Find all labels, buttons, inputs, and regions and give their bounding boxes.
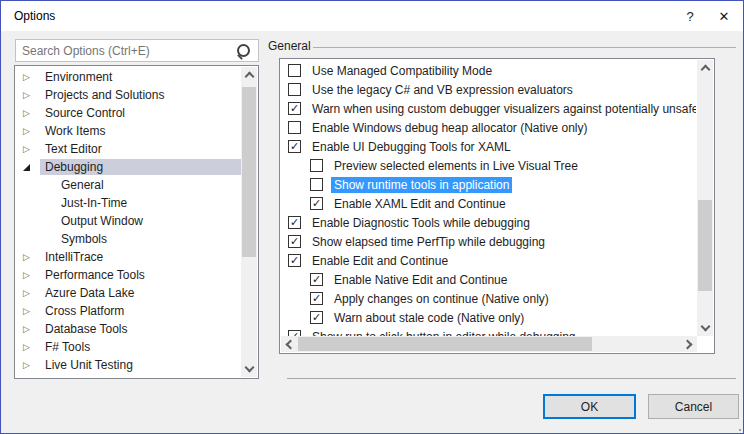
tree-item-performance-tools[interactable]: ▷Performance Tools: [15, 266, 241, 284]
setting-label[interactable]: Enable Edit and Continue: [309, 253, 451, 269]
tree-item-projects-and-solutions[interactable]: ▷Projects and Solutions: [15, 86, 241, 104]
tree-item-database-tools[interactable]: ▷Database Tools: [15, 320, 241, 338]
setting-label[interactable]: Warn about stale code (Native only): [331, 310, 527, 326]
close-button[interactable]: ✕: [707, 1, 741, 31]
options-dialog: Options ? ✕ ▷Environment▷Projects and So…: [0, 0, 744, 434]
setting-row-enable-edit-and-continue[interactable]: ✓Enable Edit and Continue: [281, 251, 696, 270]
expand-arrow-icon[interactable]: ▷: [23, 91, 40, 100]
setting-row-warn-about-stale-code-native-only[interactable]: ✓Warn about stale code (Native only): [281, 308, 696, 327]
tree-item-source-control[interactable]: ▷Source Control: [15, 104, 241, 122]
checkbox-unchecked-icon[interactable]: [288, 83, 301, 96]
expand-arrow-icon[interactable]: ▷: [23, 109, 40, 118]
setting-label[interactable]: Show run to click button in editor while…: [309, 329, 579, 337]
checkbox-unchecked-icon[interactable]: [310, 178, 323, 191]
setting-row-show-runtime-tools-in-application[interactable]: Show runtime tools in application: [281, 175, 696, 194]
checkbox-checked-icon[interactable]: ✓: [310, 292, 323, 305]
tree-vertical-scrollbar[interactable]: [241, 67, 257, 377]
setting-row-show-run-to-click-button-in-editor-while[interactable]: ✓Show run to click button in editor whil…: [281, 327, 696, 336]
search-icon[interactable]: [236, 43, 252, 59]
expand-arrow-icon[interactable]: ▷: [23, 127, 40, 136]
setting-label[interactable]: Show runtime tools in application: [331, 177, 512, 193]
tree-item-environment[interactable]: ▷Environment: [15, 68, 241, 86]
settings-horizontal-scrollbar[interactable]: [281, 336, 697, 352]
expand-arrow-icon[interactable]: ▷: [23, 325, 40, 334]
tree-item-f-tools[interactable]: ▷F# Tools: [15, 338, 241, 356]
setting-label[interactable]: Enable Windows debug heap allocator (Nat…: [309, 120, 591, 136]
tree-item-intellitrace[interactable]: ▷IntelliTrace: [15, 248, 241, 266]
expand-arrow-icon[interactable]: ▷: [23, 271, 40, 280]
ok-button[interactable]: OK: [543, 394, 636, 419]
expand-arrow-icon[interactable]: ▷: [23, 307, 40, 316]
expand-arrow-icon[interactable]: ▷: [23, 253, 40, 262]
tree-item-output-window[interactable]: Output Window: [15, 212, 241, 230]
checkbox-unchecked-icon[interactable]: [288, 64, 301, 77]
expand-arrow-icon[interactable]: ▷: [23, 289, 40, 298]
search-input[interactable]: [16, 41, 236, 60]
help-button[interactable]: ?: [673, 1, 707, 31]
expand-arrow-icon[interactable]: ▷: [23, 145, 40, 154]
checkbox-checked-icon[interactable]: ✓: [288, 254, 301, 267]
scroll-right-button[interactable]: [681, 336, 697, 352]
checkbox-unchecked-icon[interactable]: [310, 159, 323, 172]
setting-row-enable-xaml-edit-and-continue[interactable]: ✓Enable XAML Edit and Continue: [281, 194, 696, 213]
tree-item-work-items[interactable]: ▷Work Items: [15, 122, 241, 140]
setting-label[interactable]: Enable Diagnostic Tools while debugging: [309, 215, 533, 231]
setting-label[interactable]: Enable UI Debugging Tools for XAML: [309, 139, 514, 155]
tree-item-just-in-time[interactable]: Just-In-Time: [15, 194, 241, 212]
tree-item-symbols[interactable]: Symbols: [15, 230, 241, 248]
settings-vertical-scrollbar[interactable]: [697, 60, 713, 336]
setting-row-enable-diagnostic-tools-while-debugging[interactable]: ✓Enable Diagnostic Tools while debugging: [281, 213, 696, 232]
setting-row-apply-changes-on-continue-native-only[interactable]: ✓Apply changes on continue (Native only): [281, 289, 696, 308]
checkbox-checked-icon[interactable]: ✓: [288, 140, 301, 153]
setting-label[interactable]: Warn when using custom debugger visualiz…: [309, 101, 696, 117]
cancel-button[interactable]: Cancel: [648, 394, 739, 419]
settings-list: Use Managed Compatibility ModeUse the le…: [279, 58, 715, 354]
setting-label[interactable]: Use Managed Compatibility Mode: [309, 63, 495, 79]
setting-row-enable-windows-debug-heap-allocator-nati[interactable]: Enable Windows debug heap allocator (Nat…: [281, 118, 696, 137]
setting-row-enable-native-edit-and-continue[interactable]: ✓Enable Native Edit and Continue: [281, 270, 696, 289]
setting-row-use-the-legacy-c-and-vb-expression-evalu[interactable]: Use the legacy C# and VB expression eval…: [281, 80, 696, 99]
scroll-down-button[interactable]: [697, 320, 713, 336]
checkbox-checked-icon[interactable]: ✓: [310, 311, 323, 324]
checkbox-checked-icon[interactable]: ✓: [310, 197, 323, 210]
setting-label[interactable]: Apply changes on continue (Native only): [331, 291, 552, 307]
setting-label[interactable]: Enable XAML Edit and Continue: [331, 196, 509, 212]
expand-arrow-icon[interactable]: ▷: [23, 361, 40, 370]
setting-row-show-elapsed-time-perftip-while-debuggin[interactable]: ✓Show elapsed time PerfTip while debuggi…: [281, 232, 696, 251]
scrollbar-thumb[interactable]: [242, 87, 256, 257]
tree-item-cross-platform[interactable]: ▷Cross Platform: [15, 302, 241, 320]
scrollbar-thumb[interactable]: [698, 200, 712, 291]
checkbox-checked-icon[interactable]: ✓: [288, 102, 301, 115]
setting-label[interactable]: Use the legacy C# and VB expression eval…: [309, 82, 576, 98]
collapse-arrow-icon[interactable]: [23, 164, 40, 171]
setting-label[interactable]: Preview selected elements in Live Visual…: [331, 158, 581, 174]
setting-row-use-managed-compatibility-mode[interactable]: Use Managed Compatibility Mode: [281, 61, 696, 80]
tree-item-node-js-tools[interactable]: ▷Node.js Tools: [15, 374, 241, 378]
expand-arrow-icon[interactable]: ▷: [23, 343, 40, 352]
setting-label[interactable]: Enable Native Edit and Continue: [331, 272, 510, 288]
setting-label[interactable]: Show elapsed time PerfTip while debuggin…: [309, 234, 548, 250]
setting-row-enable-ui-debugging-tools-for-xaml[interactable]: ✓Enable UI Debugging Tools for XAML: [281, 137, 696, 156]
checkbox-unchecked-icon[interactable]: [288, 121, 301, 134]
tree-item-label: Environment: [40, 69, 117, 85]
tree-item-text-editor[interactable]: ▷Text Editor: [15, 140, 241, 158]
scroll-up-button[interactable]: [697, 60, 713, 76]
tree-item-live-unit-testing[interactable]: ▷Live Unit Testing: [15, 356, 241, 374]
tree-item-azure-data-lake[interactable]: ▷Azure Data Lake: [15, 284, 241, 302]
checkbox-checked-icon[interactable]: ✓: [310, 273, 323, 286]
scroll-left-button[interactable]: [281, 336, 297, 352]
scrollbar-thumb[interactable]: [298, 337, 592, 351]
tree-item-general[interactable]: General: [15, 176, 241, 194]
setting-row-warn-when-using-custom-debugger-visualiz[interactable]: ✓Warn when using custom debugger visuali…: [281, 99, 696, 118]
collapsed-triangle-icon: ▷: [23, 289, 30, 298]
resize-grip-icon[interactable]: [735, 425, 737, 427]
expand-arrow-icon[interactable]: ▷: [23, 73, 40, 82]
scroll-down-button[interactable]: [241, 361, 257, 377]
options-tree: ▷Environment▷Projects and Solutions▷Sour…: [14, 65, 259, 379]
checkbox-checked-icon[interactable]: ✓: [288, 216, 301, 229]
scroll-up-button[interactable]: [241, 67, 257, 83]
tree-item-debugging[interactable]: Debugging: [15, 158, 241, 176]
search-box[interactable]: [15, 39, 259, 62]
checkbox-checked-icon[interactable]: ✓: [288, 235, 301, 248]
setting-row-preview-selected-elements-in-live-visual[interactable]: Preview selected elements in Live Visual…: [281, 156, 696, 175]
